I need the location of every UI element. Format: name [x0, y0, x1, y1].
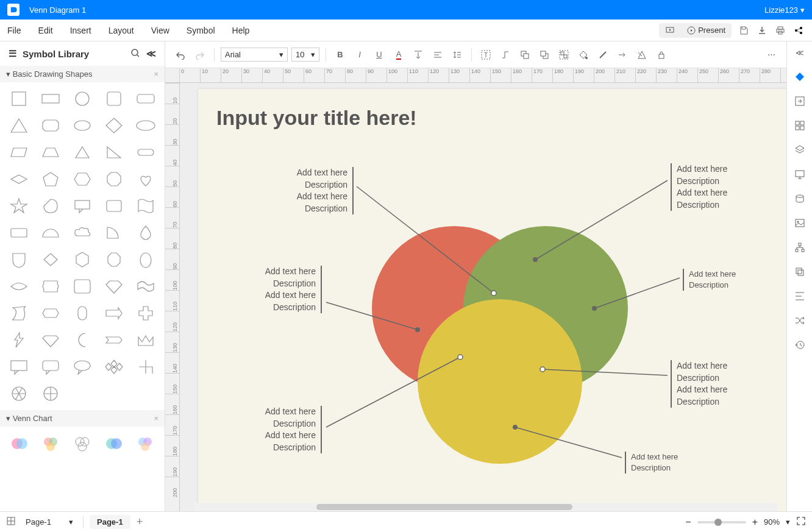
shape-tool-button[interactable] [634, 47, 650, 63]
h-scrollbar[interactable] [194, 503, 777, 511]
shape-star[interactable] [5, 194, 33, 218]
callout-tr[interactable]: Add text hereDescriptionAdd text hereDes… [671, 163, 762, 211]
layers-icon[interactable] [792, 143, 807, 157]
shape-hex-tall[interactable] [68, 248, 96, 271]
shape-ellipse-wide[interactable] [132, 114, 160, 137]
front-button[interactable] [536, 47, 552, 63]
shape-trapezoid[interactable] [37, 141, 65, 164]
shape-lens[interactable] [5, 275, 33, 298]
shape-wave[interactable] [132, 275, 160, 298]
callout-ml[interactable]: Add text hereDescriptionAdd text hereDes… [230, 266, 322, 313]
shape-pentagon[interactable] [37, 168, 65, 191]
shape-speech-rect[interactable] [5, 355, 33, 378]
venn-template-5[interactable] [132, 433, 158, 455]
shape-arrow-wide[interactable] [100, 302, 128, 325]
shape-square[interactable] [5, 87, 33, 110]
callout-br-small[interactable]: Add text hereDescription [625, 452, 704, 473]
shape-hex-wide[interactable] [37, 302, 65, 325]
text-box-button[interactable]: T [478, 47, 494, 63]
menu-help[interactable]: Help [232, 26, 250, 35]
callout-mr-small[interactable]: Add text hereDescription [683, 269, 762, 291]
zoom-in-button[interactable]: + [752, 517, 758, 528]
shape-triangle-2[interactable] [68, 141, 96, 164]
data-icon[interactable] [792, 191, 807, 206]
shape-quarter[interactable] [100, 221, 128, 244]
venn-template-3[interactable] [69, 433, 96, 455]
share-icon[interactable] [792, 24, 805, 37]
page-tab[interactable]: Page-1 [90, 515, 130, 529]
shape-teardrop[interactable] [132, 221, 160, 244]
download-icon[interactable] [756, 24, 768, 37]
venn-template-1[interactable] [6, 433, 33, 455]
lock-button[interactable] [654, 47, 669, 63]
shape-diamond[interactable] [100, 114, 128, 137]
shape-ribbon[interactable] [100, 328, 128, 352]
print-icon[interactable] [774, 24, 786, 37]
shape-parallelogram[interactable] [5, 141, 33, 164]
venn-template-2[interactable] [38, 433, 65, 455]
shape-rounded-square[interactable] [100, 87, 128, 110]
shape-lightning[interactable] [5, 328, 33, 352]
callout-tl[interactable]: Add text hereDescriptionAdd text hereDes… [262, 167, 354, 215]
shape-hexagon[interactable] [68, 168, 96, 191]
shape-circle[interactable] [68, 87, 96, 110]
copy-icon[interactable] [792, 264, 807, 279]
search-icon[interactable] [130, 48, 140, 60]
category-basic-shapes[interactable]: ▾ Basic Drawing Shapes× [0, 66, 165, 82]
align-icon[interactable] [792, 289, 807, 303]
expand-rail-icon[interactable]: ≪ [792, 45, 807, 60]
zoom-out-button[interactable]: − [685, 517, 691, 528]
underline-button[interactable]: U [371, 47, 387, 63]
shape-diamond-2[interactable] [37, 248, 65, 271]
shape-oct-2[interactable] [100, 248, 128, 271]
zoom-dropdown-icon[interactable]: ▾ [786, 517, 790, 527]
shape-stadium[interactable] [132, 141, 160, 164]
history-icon[interactable] [792, 338, 807, 352]
export-icon[interactable] [792, 94, 807, 108]
font-select[interactable]: Arial▾ [221, 48, 288, 62]
undo-button[interactable] [173, 47, 188, 63]
shape-octagon[interactable] [100, 168, 128, 191]
shuffle-icon[interactable] [792, 313, 807, 328]
menu-view[interactable]: View [151, 26, 169, 35]
close-icon[interactable]: × [154, 414, 158, 423]
grid-icon[interactable] [792, 118, 807, 133]
sitemap-icon[interactable] [792, 240, 807, 255]
shape-crown[interactable] [132, 328, 160, 352]
presentation-icon[interactable] [792, 167, 807, 182]
shape-octagon-rect[interactable] [37, 114, 65, 137]
shape-4diamond[interactable] [100, 355, 128, 378]
text-color-button[interactable]: A [391, 47, 407, 63]
shape-diamond-cut[interactable] [37, 328, 65, 352]
shape-gem[interactable] [100, 275, 128, 298]
shape-triangle[interactable] [5, 114, 33, 137]
line-spacing-button[interactable] [449, 47, 465, 63]
shape-plaque[interactable] [37, 275, 65, 298]
connector-button[interactable] [497, 47, 513, 63]
fill-button[interactable] [575, 47, 591, 63]
menu-layout[interactable]: Layout [109, 26, 134, 35]
group-button[interactable] [556, 47, 572, 63]
redo-button[interactable] [192, 47, 208, 63]
shape-bracket[interactable] [68, 275, 96, 298]
shape-flag[interactable] [132, 194, 160, 218]
page-select[interactable]: Page-1▾ [22, 516, 77, 528]
shape-rounded-2[interactable] [100, 194, 128, 218]
shape-pinwheel[interactable] [132, 355, 160, 378]
theme-icon[interactable] [792, 69, 807, 84]
shape-rectangle[interactable] [37, 87, 65, 110]
size-select[interactable]: 10▾ [291, 48, 319, 62]
shape-pie[interactable] [37, 382, 65, 405]
menu-insert[interactable]: Insert [70, 26, 91, 35]
close-icon[interactable]: × [154, 69, 158, 79]
menu-file[interactable]: File [7, 26, 21, 35]
shape-capsule-vert[interactable] [68, 302, 96, 325]
callout-bl[interactable]: Add text hereDescriptionAdd text hereDes… [230, 406, 322, 453]
shape-right-triangle[interactable] [100, 141, 128, 164]
shape-cloud[interactable] [68, 221, 96, 244]
shape-speech-round[interactable] [37, 355, 65, 378]
bold-button[interactable]: B [332, 47, 348, 63]
shape-crescent[interactable] [68, 328, 96, 352]
add-page-button[interactable]: + [137, 516, 143, 528]
slideshow-button[interactable] [659, 23, 681, 38]
